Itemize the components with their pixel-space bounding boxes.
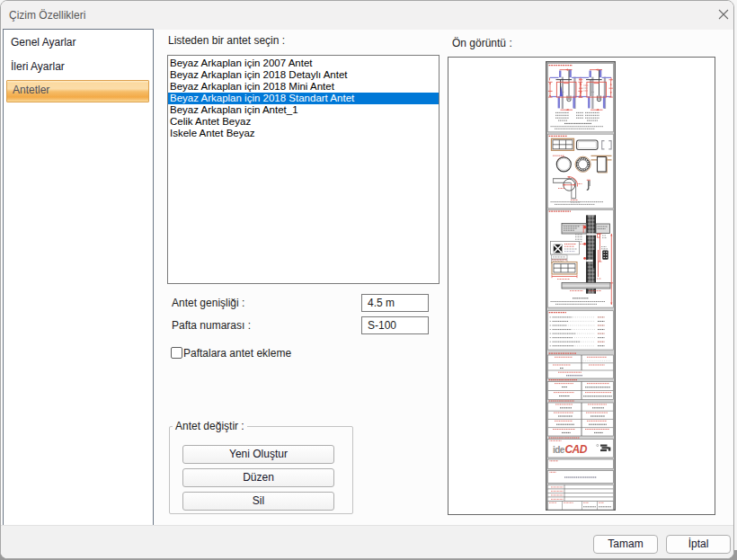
svg-text:ide: ide [553,445,565,455]
svg-text:CAD: CAD [565,443,588,456]
